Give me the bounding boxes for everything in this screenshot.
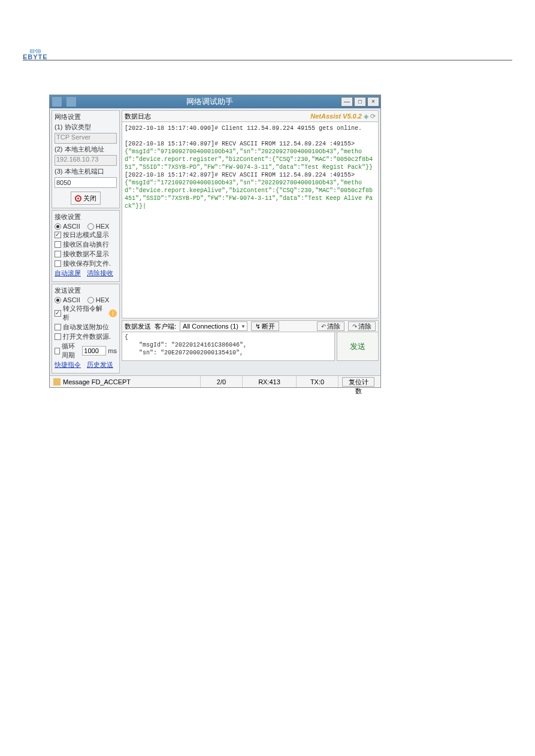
titlebar: 网络调试助手 — □ ×	[50, 95, 380, 108]
log-title: 数据日志	[125, 112, 151, 121]
label-protocol: (1) 协议类型	[55, 123, 117, 132]
log-mode-check[interactable]	[55, 232, 61, 238]
check-label: 自动发送附加位	[63, 323, 109, 332]
auto-append-check[interactable]	[55, 324, 61, 330]
save-file-check[interactable]	[55, 260, 61, 267]
help-icon[interactable]: ⟳	[370, 113, 376, 120]
check-label: 转义符指令解析	[63, 304, 108, 322]
radio-label: HEX	[96, 296, 110, 303]
recv-ascii-radio[interactable]	[55, 223, 61, 230]
status-tx: TX:0	[297, 376, 338, 387]
recv-settings-panel: 接收设置 ASCII HEX 按日志模式显示 接收区自动换行 接收数据不显示 接…	[52, 210, 120, 282]
log-body[interactable]: [2022-10-18 15:17:40.090]# Client 112.54…	[122, 122, 379, 318]
sidebar: 网络设置 (1) 协议类型 TCP Server (2) 本地主机地址 192.…	[52, 110, 120, 374]
reset-count-button[interactable]: 复位计数	[342, 377, 374, 387]
panel-title: 发送设置	[55, 286, 117, 295]
unit-label: ms	[108, 347, 117, 354]
hide-recv-check[interactable]	[55, 251, 61, 257]
clear-right-button[interactable]: 清除	[348, 321, 376, 331]
ebyte-logo: (((•))) EBYTE	[23, 48, 48, 60]
loop-period-check[interactable]	[55, 348, 60, 354]
send-textarea[interactable]: { "msgId": "20220124161C386046", "sn": "…	[122, 332, 335, 361]
disconnect-button[interactable]: ↯断开	[251, 321, 279, 331]
radio-label: HEX	[96, 223, 110, 230]
clear-left-button[interactable]: 清除	[317, 321, 344, 331]
warning-icon	[53, 378, 61, 385]
client-label: 客户端:	[155, 322, 176, 331]
help-icon[interactable]: i	[109, 309, 117, 317]
panel-title: 接收设置	[55, 212, 117, 221]
status-ratio: 2/0	[201, 376, 243, 387]
escape-parse-check[interactable]	[55, 310, 61, 317]
close-connection-button[interactable]: 关闭	[71, 192, 101, 205]
status-message: Message FD_ACCEPT	[63, 378, 131, 385]
send-settings-panel: 发送设置 ASCII HEX 转义符指令解析i 自动发送附加位 打开文件数据源.…	[52, 284, 120, 374]
radio-label: ASCII	[63, 223, 80, 230]
maximize-button[interactable]: □	[354, 97, 366, 107]
clear-recv-link[interactable]: 清除接收	[87, 269, 113, 278]
pin-icon[interactable]	[67, 97, 76, 107]
window-title: 网络调试助手	[78, 96, 341, 107]
send-header: 数据发送 客户端: All Connections (1) ↯断开 清除 清除	[122, 320, 379, 332]
quick-cmd-link[interactable]: 快捷指令	[55, 360, 81, 369]
check-label: 按日志模式显示	[63, 230, 109, 239]
app-window: 网络调试助手 — □ × 网络设置 (1) 协议类型 TCP Server (2…	[49, 95, 381, 388]
statusbar: Message FD_ACCEPT 2/0 RX:413 TX:0 复位计数	[50, 375, 380, 387]
auto-scroll-link[interactable]: 自动滚屏	[55, 269, 81, 278]
recv-hex-radio[interactable]	[87, 223, 94, 230]
app-icon	[52, 97, 62, 107]
file-source-check[interactable]	[55, 333, 61, 340]
host-addr-select[interactable]: 192.168.10.73	[55, 155, 117, 166]
log-header: 数据日志 NetAssist V5.0.2 ◈ ⟳	[122, 110, 379, 122]
close-button[interactable]: ×	[367, 97, 379, 107]
check-label: 接收数据不显示	[63, 250, 109, 259]
label-host-port: (3) 本地主机端口	[55, 167, 117, 176]
header-rule	[23, 60, 512, 60]
send-ascii-radio[interactable]	[55, 297, 61, 303]
log-line: [2022-10-18 15:17:42.897]# RECV ASCII FR…	[125, 172, 355, 178]
panel-title: 网络设置	[55, 113, 117, 122]
send-hex-radio[interactable]	[87, 297, 94, 303]
minimize-button[interactable]: —	[341, 97, 353, 107]
connection-select[interactable]: All Connections (1)	[180, 321, 247, 331]
log-line: {"msgId":"1721092700400010Ob43","sn":"20…	[125, 180, 373, 210]
history-send-link[interactable]: 历史发送	[87, 360, 113, 369]
gem-icon: ◈	[364, 113, 368, 120]
log-line: [2022-10-18 15:17:40.897]# RECV ASCII FR…	[125, 141, 355, 147]
log-line: [2022-10-18 15:17:40.090]# Client 112.54…	[125, 125, 362, 132]
status-rx: RX:413	[243, 376, 297, 387]
check-label: 打开文件数据源.	[63, 332, 111, 341]
send-title: 数据发送	[125, 322, 151, 331]
network-settings-panel: 网络设置 (1) 协议类型 TCP Server (2) 本地主机地址 192.…	[52, 110, 120, 208]
check-label: 循环周期	[62, 342, 81, 360]
log-line: {"msgId":"9719092700400010Ob43","sn":"20…	[125, 148, 373, 171]
check-label: 接收保存到文件.	[63, 259, 111, 268]
brand-label: NetAssist V5.0.2	[310, 113, 362, 120]
record-icon	[75, 195, 81, 202]
host-port-input[interactable]	[55, 177, 117, 188]
radio-label: ASCII	[63, 296, 80, 303]
protocol-select[interactable]: TCP Server	[55, 133, 117, 144]
label-host-addr: (2) 本地主机地址	[55, 145, 117, 154]
close-btn-label: 关闭	[83, 194, 96, 203]
main-column: 数据日志 NetAssist V5.0.2 ◈ ⟳ [2022-10-18 15…	[122, 110, 379, 374]
check-label: 接收区自动换行	[63, 240, 109, 249]
disconnect-icon: ↯	[255, 323, 261, 330]
loop-period-input[interactable]	[82, 346, 106, 356]
auto-wrap-check[interactable]	[55, 241, 61, 248]
send-button[interactable]: 发送	[337, 332, 379, 361]
